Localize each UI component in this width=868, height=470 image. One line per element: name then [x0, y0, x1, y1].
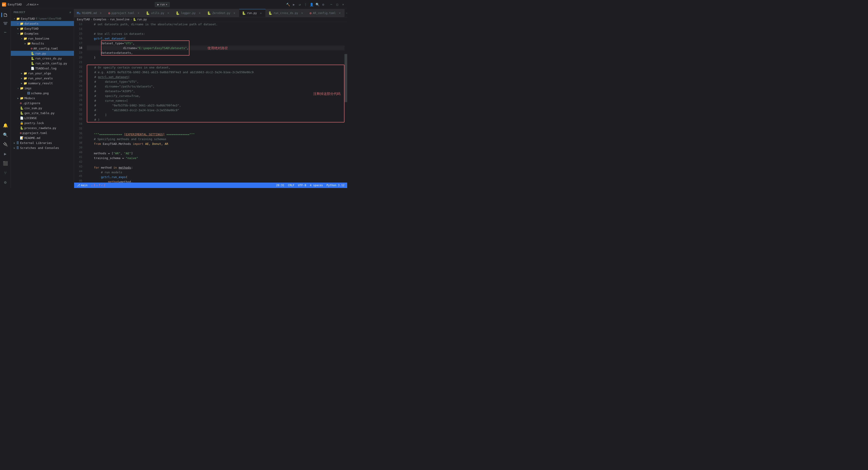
person-icon[interactable]: 👤 — [310, 3, 313, 6]
status-errors[interactable]: ⚠ 3 ⚠ 7 ✓ 2 — [91, 184, 105, 187]
plugins-icon[interactable]: 🔌 — [1, 140, 9, 148]
tree-item-schema[interactable]: 🖼 schema.png — [11, 91, 74, 96]
tab-label: AR_config.toml — [313, 11, 336, 15]
search-icon[interactable]: 🔍 — [315, 3, 319, 6]
tab-zeroshot[interactable]: 🐍 ZeroShot.py ✕ — [204, 9, 239, 17]
tree-item-run-your-algo[interactable]: ▶ 📁 run_your_algo — [11, 71, 74, 76]
settings-bottom-icon[interactable]: ⚙ — [1, 178, 9, 186]
line-num-39: 39 — [74, 145, 82, 150]
tree-item-gen-site[interactable]: 🐍 gen_site_table.py — [11, 111, 74, 116]
tree-item-examples[interactable]: ▾ 📁 Examples — [11, 31, 74, 36]
py-tab-icon: 🐍 — [176, 11, 180, 15]
structure-icon[interactable] — [1, 20, 9, 28]
tree-arrow: ▾ — [13, 18, 16, 20]
run-debug-icon[interactable]: ▶ — [1, 150, 9, 158]
code-line-15: # Use all curves in datasets: — [87, 31, 344, 36]
tree-item-run-baseline[interactable]: ▾ 📁 run_baseline — [11, 36, 74, 41]
tree-item-pyproject[interactable]: ⚙ pyproject.toml — [11, 130, 74, 135]
tab-logger[interactable]: 🐍 logger.py ✕ — [173, 9, 204, 17]
tree-item-run-cross[interactable]: 🐍 run_cross_ds.py — [11, 56, 74, 61]
tree-arrow-datasets: ▶ — [16, 22, 20, 25]
tree-label: AR_config.toml — [33, 47, 58, 50]
find-icon[interactable]: 🔍 — [1, 131, 9, 139]
tree-item-csv-sum[interactable]: 🐍 csv_sum.py — [11, 105, 74, 111]
more-icon[interactable]: ⋯ — [1, 28, 9, 36]
tree-item-license[interactable]: 📄 LICENSE — [11, 116, 74, 120]
titlebar: ET EasyTSAD ⎇ main ▾ ▶ run ▾ 🔨 ▶ ↺ ⋮ 👤 🔍… — [0, 0, 347, 9]
tab-close-pyproject[interactable]: ✕ — [136, 11, 140, 15]
tree-item-scratches[interactable]: ▶ 🗄 Scratches and Consoles — [11, 145, 74, 150]
tab-close-utils[interactable]: ✕ — [166, 11, 170, 15]
sidebar-header: Project ⚙ — [11, 9, 74, 15]
tab-label: logger.py — [181, 11, 195, 15]
tree-item-easytasad-root[interactable]: ▾ 📁 EasyTSAD E:\paper\EasyTSAD — [11, 16, 74, 21]
warning-icon: ⚠ — [96, 184, 98, 187]
tab-more-button[interactable]: ⋯ — [344, 9, 347, 17]
tree-item-mkdocs[interactable]: ▶ 📁 Mkdocs — [11, 96, 74, 100]
tree-item-easytasad-sub[interactable]: ▶ 📁 EasyTSAD — [11, 26, 74, 31]
tree-label: imgs — [24, 87, 31, 90]
tree-item-ext-libs[interactable]: ▶ 🗄 External Libraries — [11, 140, 74, 145]
breadcrumb-sep: › — [107, 18, 109, 21]
tree-item-readme[interactable]: 📝 README.md — [11, 135, 74, 140]
breadcrumb-part-3[interactable]: run_baseline — [110, 18, 129, 21]
tree-item-run-py[interactable]: 🐍 run.py — [11, 51, 74, 56]
tab-close-ar[interactable]: ✕ — [338, 11, 342, 15]
tree-arrow: ▶ — [16, 97, 20, 99]
update-icon[interactable]: ↺ — [298, 3, 302, 6]
tab-close-cross[interactable]: ✕ — [301, 11, 304, 15]
tree-item-summary[interactable]: ▶ 📁 summary_result — [11, 81, 74, 86]
status-language[interactable]: Python 3.12 — [327, 184, 344, 187]
status-position[interactable]: 28:31 — [276, 184, 284, 187]
run-button[interactable]: ▶ run ▾ — [155, 2, 170, 7]
tree-item-datasets[interactable]: ▶ 📁 datasets — [11, 21, 74, 26]
tab-readme[interactable]: M↓ README.md ✕ — [74, 9, 105, 17]
tree-item-run-with-config[interactable]: 🐍 run_with_config.py — [11, 61, 74, 66]
minimap[interactable] — [344, 22, 347, 183]
sidebar-options-icon[interactable]: ⚙ — [69, 11, 71, 14]
tree-item-ar-config[interactable]: ⚙ AR_config.toml — [11, 46, 74, 51]
tree-item-log[interactable]: 📄 TSADEval.log — [11, 66, 74, 71]
more-actions-icon[interactable]: ⋮ — [304, 3, 307, 6]
tab-pyproject[interactable]: ⚙ pyproject.toml ✕ — [105, 9, 143, 17]
tab-label: ZeroShot.py — [212, 11, 230, 15]
line-num-36: 36 — [74, 131, 82, 136]
maximize-button[interactable]: □ — [335, 2, 340, 7]
status-branch[interactable]: ⎇ main — [77, 184, 88, 187]
console-icon: 🗄 — [16, 146, 19, 150]
tab-run-cross[interactable]: 🐍 run_cross_ds.py ✕ — [266, 9, 307, 17]
status-line-ending[interactable]: CRLF — [288, 184, 294, 187]
tree-item-poetry-lock[interactable]: 🔒 poetry.lock — [11, 120, 74, 125]
branch-selector[interactable]: ⎇ main ▾ — [26, 3, 39, 6]
breadcrumb-part-1[interactable]: EasyTSAD — [77, 18, 90, 21]
tree-item-results[interactable]: ▶ 📁 Results — [11, 41, 74, 46]
explorer-icon[interactable] — [1, 11, 9, 19]
tab-close-readme[interactable]: ✕ — [99, 11, 103, 15]
status-encoding[interactable]: UTF-8 — [298, 184, 306, 187]
status-indent[interactable]: 4 spaces — [310, 184, 323, 187]
notifications-icon[interactable]: 🔔 — [1, 121, 9, 129]
debug-run-icon[interactable]: ▶ — [292, 3, 296, 6]
build-icon[interactable]: 🔨 — [286, 3, 290, 6]
line-num-28: 28 — [74, 93, 82, 98]
line-num-15: 15 — [74, 31, 82, 36]
breadcrumb-part-2[interactable]: Examples — [93, 18, 106, 21]
tab-run-py[interactable]: 🐍 run.py ✕ — [239, 9, 266, 17]
branch-chevron: ▾ — [37, 3, 39, 6]
tree-item-imgs[interactable]: ▾ 📁 imgs — [11, 86, 74, 91]
tab-close-zeroshot[interactable]: ✕ — [232, 11, 236, 15]
tab-close-logger[interactable]: ✕ — [198, 11, 202, 15]
breadcrumb-part-4[interactable]: 🐍run.py — [133, 18, 147, 21]
code-editor[interactable]: # set datasets path, dirname is the abso… — [85, 22, 344, 183]
tree-item-run-your-evals[interactable]: ▶ 📁 run_your_evals — [11, 76, 74, 81]
tab-ar-config[interactable]: ⚙ AR_config.toml ✕ — [307, 9, 345, 17]
tab-close-run[interactable]: ✕ — [259, 11, 263, 15]
gear-icon[interactable]: ⚙ — [321, 3, 325, 6]
git-icon[interactable]: ⑂ — [1, 168, 9, 177]
tree-item-process[interactable]: 🐍 process_rawdata.py — [11, 125, 74, 130]
tab-utils[interactable]: 🐍 utils.py ✕ — [143, 9, 173, 17]
close-button[interactable]: ✕ — [341, 2, 345, 7]
terminal-icon[interactable]: ⬛ — [1, 159, 9, 167]
minimize-button[interactable]: ─ — [329, 2, 334, 7]
tree-item-gitignore[interactable]: ⚙ .gitignore — [11, 100, 74, 105]
